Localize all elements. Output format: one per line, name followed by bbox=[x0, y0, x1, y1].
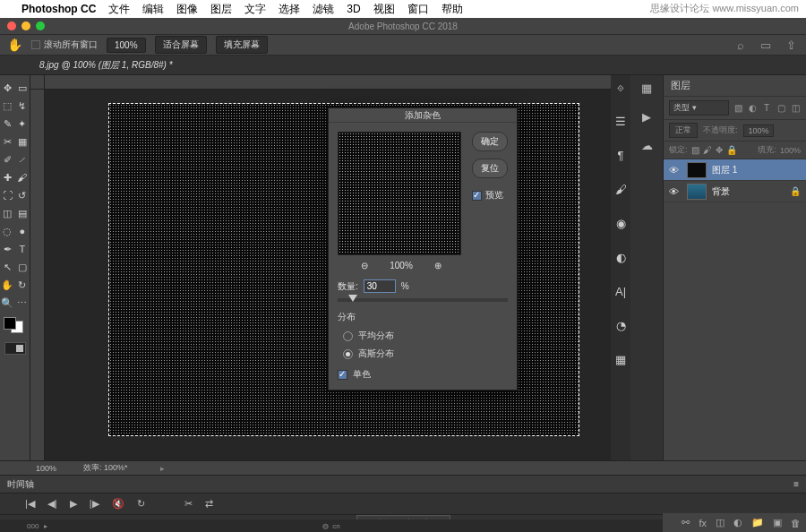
filter-shape-icon[interactable]: ▢ bbox=[776, 103, 786, 114]
layer-thumbnail[interactable] bbox=[687, 184, 707, 200]
shape-tool-icon[interactable]: ▢ bbox=[15, 258, 30, 276]
quick-mask-icon[interactable] bbox=[4, 342, 26, 355]
paragraph-panel-icon[interactable]: ¶ bbox=[613, 147, 629, 163]
clone-stamp-tool-icon[interactable]: ⛶ bbox=[0, 186, 15, 204]
filter-type-icon[interactable]: T bbox=[761, 103, 772, 114]
prev-frame-icon[interactable]: ◀| bbox=[47, 498, 57, 510]
menu-file[interactable]: 文件 bbox=[108, 2, 130, 17]
lock-position-icon[interactable]: ✥ bbox=[716, 145, 723, 155]
delete-layer-icon[interactable]: 🗑 bbox=[791, 518, 801, 528]
menu-view[interactable]: 视图 bbox=[373, 2, 395, 17]
color-panel-icon[interactable]: ▦ bbox=[637, 79, 656, 97]
uniform-radio[interactable]: 平均分布 bbox=[329, 327, 517, 345]
timeline-menu-icon[interactable]: ≡ bbox=[793, 479, 799, 489]
ruler-tool-icon[interactable]: ⟋ bbox=[15, 150, 30, 168]
timeline-title[interactable]: 时间轴 bbox=[7, 478, 34, 491]
preview-checkbox[interactable] bbox=[472, 191, 482, 201]
crop-tool-icon[interactable]: ✂ bbox=[0, 133, 15, 150]
character-panel-icon[interactable]: A| bbox=[613, 283, 629, 299]
document-tab[interactable]: 8.jpg @ 100% (图层 1, RGB/8#) * bbox=[0, 56, 806, 75]
magic-wand-tool-icon[interactable]: ✦ bbox=[15, 115, 30, 133]
menu-filter[interactable]: 滤镜 bbox=[313, 2, 334, 17]
split-icon[interactable]: ✂ bbox=[184, 498, 193, 510]
fill-value[interactable]: 100% bbox=[780, 146, 801, 155]
menu-window[interactable]: 窗口 bbox=[407, 2, 429, 17]
workspace-icon[interactable]: ▭ bbox=[758, 37, 774, 53]
caret-icon[interactable]: ▸ bbox=[44, 522, 47, 530]
gradient-tool-icon[interactable]: ▤ bbox=[15, 204, 30, 222]
zoom-level[interactable]: 100% bbox=[107, 38, 146, 53]
color-swatches[interactable] bbox=[4, 317, 23, 333]
next-frame-icon[interactable]: |▶ bbox=[90, 498, 99, 510]
marquee-tool-icon[interactable]: ⬚ bbox=[0, 97, 15, 115]
layer-thumbnail[interactable] bbox=[687, 162, 707, 178]
dialog-title[interactable]: 添加杂色 bbox=[329, 108, 517, 123]
history-panel-icon[interactable]: ⟐ bbox=[613, 79, 629, 95]
layer-name[interactable]: 图层 1 bbox=[712, 164, 737, 176]
menu-type[interactable]: 文字 bbox=[244, 2, 266, 17]
filter-smart-icon[interactable]: ◫ bbox=[790, 103, 801, 114]
amount-slider[interactable] bbox=[338, 298, 508, 302]
adjustment-layer-icon[interactable]: ◐ bbox=[733, 517, 742, 528]
quick-select-tool-icon[interactable]: ✎ bbox=[0, 115, 15, 133]
scroll-all-windows[interactable]: 滚动所有窗口 bbox=[31, 39, 98, 51]
rotate-view-tool-icon[interactable]: ↻ bbox=[15, 276, 30, 294]
app-name[interactable]: Photoshop CC bbox=[21, 3, 96, 15]
menu-layer[interactable]: 图层 bbox=[210, 2, 232, 17]
hand-tool-icon[interactable]: ✋ bbox=[7, 38, 22, 52]
layer-name[interactable]: 背景 bbox=[712, 185, 730, 198]
menu-image[interactable]: 图像 bbox=[176, 2, 198, 17]
status-efficiency[interactable]: 效率: 100%* bbox=[83, 462, 128, 474]
actions-panel-icon[interactable]: ▶ bbox=[637, 107, 656, 125]
share-icon[interactable]: ⇧ bbox=[783, 37, 799, 53]
reset-button[interactable]: 复位 bbox=[472, 159, 508, 178]
history-brush-tool-icon[interactable]: ↺ bbox=[15, 186, 30, 204]
amount-input[interactable] bbox=[364, 279, 396, 293]
zoom-out-icon[interactable]: ⊖ bbox=[361, 261, 368, 270]
fill-screen-button[interactable]: 填充屏幕 bbox=[216, 36, 268, 54]
menu-3d[interactable]: 3D bbox=[347, 3, 360, 15]
lock-transparency-icon[interactable]: ▨ bbox=[691, 145, 699, 155]
noise-preview[interactable] bbox=[338, 132, 461, 255]
fit-screen-button[interactable]: 适合屏幕 bbox=[155, 36, 207, 54]
menu-help[interactable]: 帮助 bbox=[442, 2, 463, 17]
filter-adjust-icon[interactable]: ◐ bbox=[747, 103, 758, 114]
swatches-panel-icon[interactable]: ▦ bbox=[613, 351, 629, 367]
minimize-window-icon[interactable] bbox=[21, 21, 30, 30]
lock-all-icon[interactable]: 🔒 bbox=[726, 145, 737, 155]
close-window-icon[interactable] bbox=[7, 21, 16, 30]
first-frame-icon[interactable]: |◀ bbox=[25, 498, 35, 510]
slice-tool-icon[interactable]: ▦ bbox=[15, 133, 30, 150]
path-select-tool-icon[interactable]: ↖ bbox=[0, 258, 15, 276]
menu-select[interactable]: 选择 bbox=[279, 2, 300, 17]
hand-tool2-icon[interactable]: ✋ bbox=[0, 276, 15, 294]
menu-edit[interactable]: 编辑 bbox=[142, 2, 164, 17]
new-layer-icon[interactable]: ▣ bbox=[773, 517, 782, 528]
edit-toolbar-icon[interactable]: ⋯ bbox=[15, 294, 30, 312]
blend-mode-select[interactable]: 正常 bbox=[669, 123, 698, 138]
monochrome-checkbox[interactable] bbox=[338, 370, 347, 380]
styles-panel-icon[interactable]: ◔ bbox=[613, 317, 629, 333]
filter-pixel-icon[interactable]: ▧ bbox=[733, 103, 743, 114]
layer-item[interactable]: 👁 图层 1 bbox=[664, 159, 806, 181]
artboard-tool-icon[interactable]: ▭ bbox=[15, 79, 30, 97]
link-layers-icon[interactable]: ⚯ bbox=[682, 517, 690, 528]
status-zoom[interactable]: 100% bbox=[36, 464, 56, 473]
transition-icon[interactable]: ⇄ bbox=[205, 498, 213, 510]
opacity-value[interactable]: 100% bbox=[743, 124, 774, 137]
healing-brush-tool-icon[interactable]: ✚ bbox=[0, 168, 15, 186]
cc-libraries-icon[interactable]: ☁ bbox=[637, 136, 656, 154]
layer-mask-icon[interactable]: ◫ bbox=[716, 517, 725, 528]
layer-filter-kind[interactable]: 类型 ▾ bbox=[669, 100, 729, 116]
brush-tool-icon[interactable]: 🖌 bbox=[15, 168, 30, 186]
visibility-icon[interactable]: 👁 bbox=[669, 165, 682, 176]
play-icon[interactable]: ▶ bbox=[70, 498, 77, 510]
loop-icon[interactable]: ↻ bbox=[137, 498, 145, 510]
visibility-icon[interactable]: 👁 bbox=[669, 186, 682, 197]
eraser-tool-icon[interactable]: ◫ bbox=[0, 204, 15, 222]
layer-style-icon[interactable]: fx bbox=[699, 518, 707, 528]
adjustments-panel-icon[interactable]: ◐ bbox=[613, 249, 629, 265]
status-arrow-icon[interactable]: ▸ bbox=[160, 464, 165, 473]
eyedropper-tool-icon[interactable]: ✐ bbox=[0, 150, 15, 168]
layer-group-icon[interactable]: 📁 bbox=[751, 517, 764, 528]
